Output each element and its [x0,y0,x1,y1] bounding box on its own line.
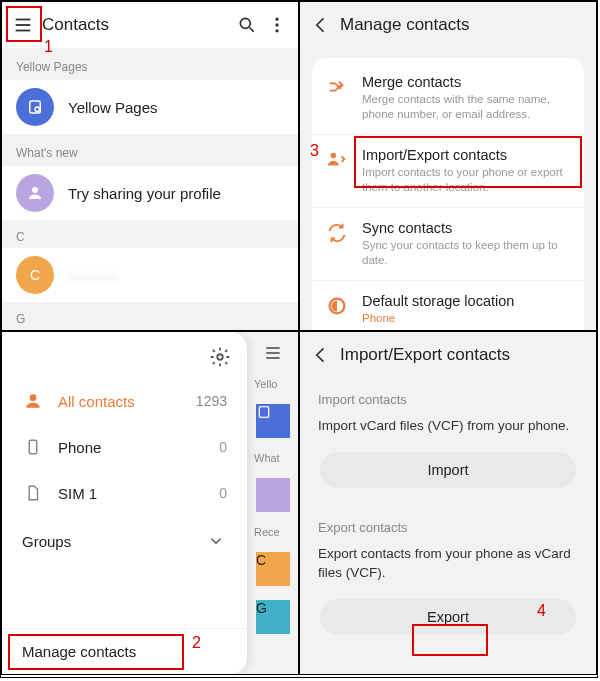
label: Manage contacts [22,643,136,660]
avatar: C [256,552,290,586]
screen-drawer: Yello What Rece C G All contacts 1293 Ph… [1,331,299,675]
svg-point-10 [32,187,38,193]
import-description: Import vCard files (VCF) from your phone… [300,411,596,446]
back-icon[interactable] [310,344,332,366]
back-icon[interactable] [310,14,332,36]
item-title: Default storage location [362,293,514,309]
hamburger-icon[interactable] [12,14,34,36]
more-icon[interactable] [266,14,288,36]
section-yellow-pages: Yellow Pages [2,48,298,80]
svg-point-18 [30,394,37,401]
yellow-pages-icon [16,88,54,126]
background-list: Yello What Rece C G [248,332,298,674]
settings-icon[interactable] [209,346,231,368]
avatar [256,478,290,512]
manage-contacts-button[interactable]: Manage contacts [2,628,247,674]
item-title: Merge contacts [362,74,570,90]
index-c: C [2,220,298,248]
import-header: Import contacts [300,378,596,411]
screen-contacts: Contacts Yellow Pages Yellow Pages What'… [1,1,299,331]
export-button[interactable]: Export [320,599,576,635]
sim-item[interactable]: SIM 1 0 [2,470,247,516]
merge-icon [326,76,348,98]
storage-icon [326,295,348,317]
topbar: Contacts [2,2,298,48]
label: Groups [22,533,71,550]
index-g: G [2,302,298,330]
page-title: Manage contacts [340,15,586,35]
topbar: Import/Export contacts [300,332,596,378]
svg-point-11 [331,153,337,159]
options-card: Merge contactsMerge contacts with the sa… [312,58,584,331]
default-storage-item[interactable]: Default storage locationPhone [312,280,584,331]
share-profile-item[interactable]: Try sharing your profile [2,166,298,220]
screen-import-export: Import/Export contacts Import contacts I… [299,331,597,675]
page-title: Contacts [42,15,228,35]
svg-point-17 [217,354,223,360]
label: All contacts [58,393,135,410]
svg-point-9 [35,107,40,112]
export-header: Export contacts [300,506,596,539]
count: 0 [219,485,227,501]
phone-icon [22,436,44,458]
avatar [256,404,290,438]
all-contacts-item[interactable]: All contacts 1293 [2,378,247,424]
yellow-pages-item[interactable]: Yellow Pages [2,80,298,134]
sim-icon [22,482,44,504]
item-sub: Phone [362,311,514,326]
import-export-item[interactable]: Import/Export contactsImport contacts to… [312,134,584,207]
svg-point-5 [275,18,278,21]
hamburger-icon [262,342,284,364]
label: Phone [58,439,101,456]
contact-row-c[interactable]: C ——— [2,248,298,302]
share-profile-label: Try sharing your profile [68,185,221,202]
nav-drawer: All contacts 1293 Phone 0 SIM 1 0 Groups… [2,332,247,674]
svg-rect-19 [29,440,37,454]
count: 0 [219,439,227,455]
contact-name: ——— [68,267,119,284]
groups-header[interactable]: Groups [2,516,247,562]
profile-icon [16,174,54,212]
page-title: Import/Export contacts [340,345,586,365]
person-icon [22,390,44,412]
item-title: Import/Export contacts [362,147,570,163]
item-title: Sync contacts [362,220,570,236]
export-description: Export contacts from your phone as vCard… [300,539,596,593]
sync-contacts-item[interactable]: Sync contactsSync your contacts to keep … [312,207,584,280]
svg-rect-16 [259,407,268,418]
search-icon[interactable] [236,14,258,36]
topbar: Manage contacts [300,2,596,48]
svg-point-6 [275,23,278,26]
chevron-down-icon [205,530,227,552]
svg-point-7 [275,29,278,32]
import-button[interactable]: Import [320,452,576,488]
avatar: G [256,600,290,634]
screen-manage-contacts: Manage contacts Merge contactsMerge cont… [299,1,597,331]
svg-line-4 [250,28,254,32]
phone-item[interactable]: Phone 0 [2,424,247,470]
contact-avatar: C [16,256,54,294]
yellow-pages-label: Yellow Pages [68,99,158,116]
item-sub: Sync your contacts to keep them up to da… [362,238,570,268]
label: SIM 1 [58,485,97,502]
item-sub: Merge contacts with the same name, phone… [362,92,570,122]
svg-point-3 [240,18,250,28]
import-export-icon [326,149,348,171]
section-whats-new: What's new [2,134,298,166]
merge-contacts-item[interactable]: Merge contactsMerge contacts with the sa… [312,62,584,134]
sync-icon [326,222,348,244]
count: 1293 [196,393,227,409]
item-sub: Import contacts to your phone or export … [362,165,570,195]
